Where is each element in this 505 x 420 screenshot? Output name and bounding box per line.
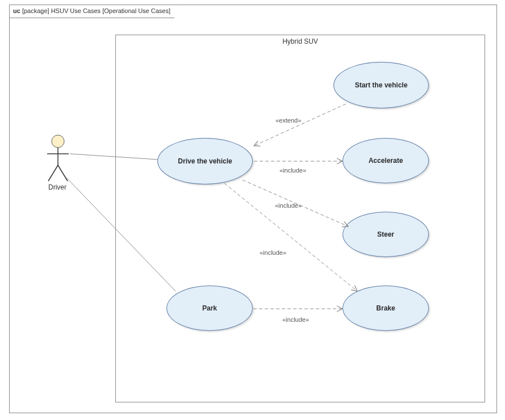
usecase-start-vehicle[interactable]: Start the vehicle <box>333 62 429 108</box>
usecase-park[interactable]: Park <box>166 285 253 331</box>
actor-driver-label: Driver <box>40 183 74 191</box>
rel-include-drive-brake: «include» <box>260 249 286 256</box>
svg-line-3 <box>48 165 58 181</box>
frame-title: HSUV Use Cases <box>51 7 101 14</box>
actor-driver[interactable] <box>46 135 70 182</box>
usecase-steer-label: Steer <box>377 230 394 238</box>
usecase-steer[interactable]: Steer <box>343 212 429 257</box>
rel-include-drive-accelerate: «include» <box>279 167 306 174</box>
usecase-park-label: Park <box>202 304 217 312</box>
diagram-frame: uc [package] HSUV Use Cases [Operational… <box>9 5 497 413</box>
svg-point-0 <box>52 135 64 148</box>
usecase-drive-label: Drive the vehicle <box>178 157 232 165</box>
subject-title: Hybrid SUV <box>116 37 485 45</box>
rel-extend-start-drive: «extend» <box>276 117 301 124</box>
usecase-accelerate[interactable]: Accelerate <box>343 138 429 183</box>
usecase-brake-label: Brake <box>376 304 395 312</box>
usecase-accelerate-label: Accelerate <box>369 157 403 165</box>
subject-boundary: Hybrid SUV <box>115 35 485 402</box>
usecase-brake[interactable]: Brake <box>343 285 429 331</box>
frame-kind: uc <box>13 7 20 14</box>
frame-subtitle: [Operational Use Cases] <box>102 7 170 14</box>
frame-package: [package] <box>22 7 49 14</box>
rel-include-drive-steer: «include» <box>275 202 302 209</box>
svg-line-4 <box>58 165 68 181</box>
usecase-drive-vehicle[interactable]: Drive the vehicle <box>157 138 253 184</box>
frame-tab: uc [package] HSUV Use Cases [Operational… <box>9 5 181 18</box>
rel-include-park-brake: «include» <box>282 316 309 323</box>
usecase-start-label: Start the vehicle <box>355 81 408 89</box>
